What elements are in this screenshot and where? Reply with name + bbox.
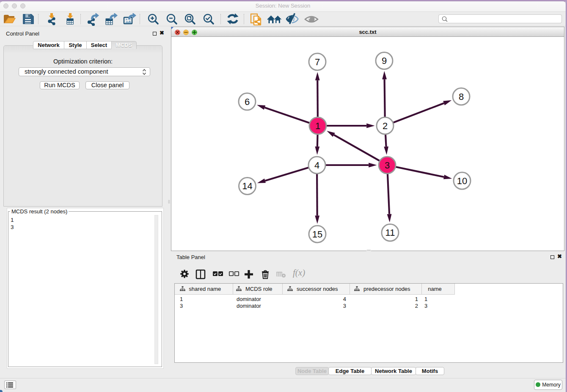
- svg-text:3: 3: [385, 160, 390, 171]
- svg-text:10: 10: [457, 176, 467, 186]
- svg-text:14: 14: [242, 181, 252, 191]
- svg-text:15: 15: [312, 229, 322, 240]
- svg-text:7: 7: [315, 57, 320, 67]
- svg-text:1: 1: [315, 121, 320, 131]
- svg-text:2: 2: [383, 121, 388, 131]
- svg-text:11: 11: [385, 227, 395, 238]
- svg-text:8: 8: [459, 91, 464, 102]
- svg-text:9: 9: [382, 55, 387, 66]
- svg-text:6: 6: [245, 97, 250, 107]
- svg-text:4: 4: [314, 160, 319, 171]
